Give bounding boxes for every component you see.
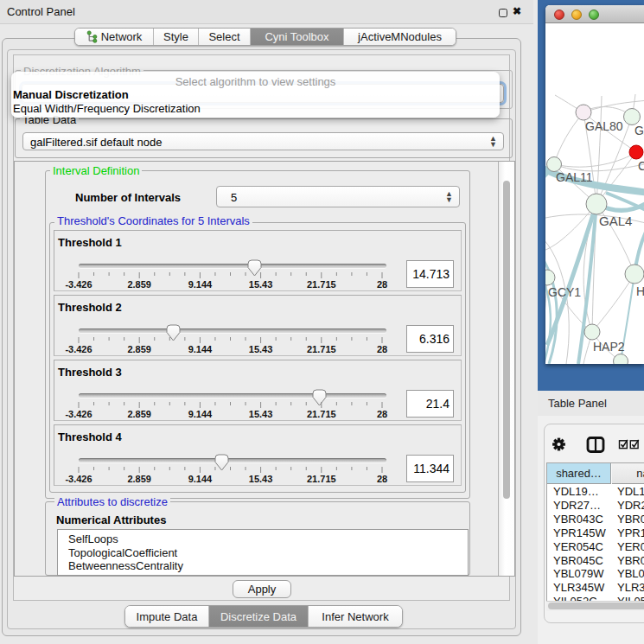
svg-text:GAL80: GAL80 — [585, 119, 623, 133]
svg-text:HAP2: HAP2 — [593, 340, 625, 354]
svg-text:CYC8: CYC8 — [638, 159, 644, 173]
svg-text:GCY1: GCY1 — [548, 285, 581, 299]
svg-text:HAP4: HAP4 — [636, 284, 644, 298]
svg-text:GAL3: GAL3 — [634, 124, 644, 137]
svg-text:GAL11: GAL11 — [556, 170, 593, 184]
svg-text:GAL4: GAL4 — [599, 214, 632, 228]
